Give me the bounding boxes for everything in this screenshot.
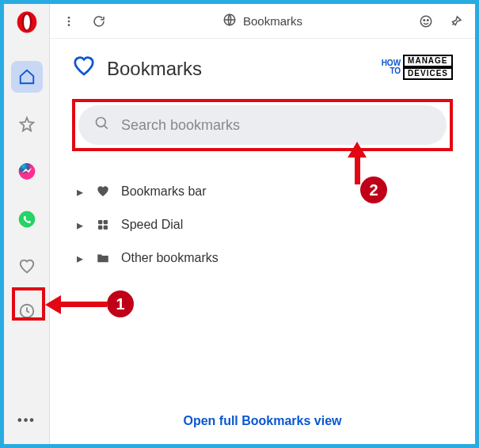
heart-filled-icon xyxy=(94,183,112,200)
svg-point-12 xyxy=(428,19,429,21)
globe-icon xyxy=(222,13,237,29)
svg-rect-17 xyxy=(104,226,108,230)
heading: Bookmarks xyxy=(72,55,202,83)
chevron-right-icon: ▸ xyxy=(75,218,85,233)
chevron-right-icon: ▸ xyxy=(75,184,85,199)
folder-icon xyxy=(94,249,112,267)
heart-icon xyxy=(72,55,96,83)
svg-rect-15 xyxy=(104,220,108,224)
folder-label: Other bookmarks xyxy=(121,251,219,265)
menu-kebab-icon[interactable] xyxy=(61,13,77,29)
folder-speed-dial[interactable]: ▸ Speed Dial xyxy=(72,208,453,241)
bookmark-folder-list: ▸ Bookmarks bar ▸ Speed Dial ▸ xyxy=(72,175,453,275)
svg-rect-16 xyxy=(98,226,102,230)
sidebar: ••• xyxy=(4,4,50,444)
page-title: Bookmarks xyxy=(243,14,302,28)
chevron-right-icon: ▸ xyxy=(75,251,85,266)
folder-label: Bookmarks bar xyxy=(121,184,207,199)
main-panel: Bookmarks Bookmarks xyxy=(50,4,475,444)
svg-point-13 xyxy=(97,118,106,127)
sidebar-home[interactable] xyxy=(11,61,43,93)
annotation-box-search xyxy=(72,99,453,151)
open-full-view-link[interactable]: Open full Bookmarks view xyxy=(72,414,453,428)
svg-point-2 xyxy=(24,14,30,29)
sidebar-messenger[interactable] xyxy=(11,156,43,188)
sidebar-star[interactable] xyxy=(11,108,43,140)
reload-icon[interactable] xyxy=(91,13,107,29)
search-input[interactable] xyxy=(121,117,431,134)
svg-point-7 xyxy=(68,20,70,22)
sidebar-history[interactable] xyxy=(11,295,43,327)
svg-point-8 xyxy=(68,24,70,26)
folder-bookmarks-bar[interactable]: ▸ Bookmarks bar xyxy=(72,175,453,208)
svg-point-11 xyxy=(424,19,425,21)
sidebar-more[interactable]: ••• xyxy=(11,404,43,436)
sidebar-whatsapp[interactable] xyxy=(11,203,43,235)
smiley-icon[interactable] xyxy=(418,13,434,29)
svg-point-4 xyxy=(18,211,35,228)
pin-icon[interactable] xyxy=(448,13,464,29)
topbar: Bookmarks xyxy=(50,4,475,39)
svg-rect-14 xyxy=(98,220,102,224)
folder-other-bookmarks[interactable]: ▸ Other bookmarks xyxy=(72,241,453,275)
svg-point-6 xyxy=(68,17,70,19)
sidebar-bookmarks[interactable] xyxy=(11,251,43,283)
svg-point-10 xyxy=(420,16,431,27)
search-icon xyxy=(94,116,110,135)
folder-label: Speed Dial xyxy=(121,218,183,232)
watermark-logo: HOW TO MANAGE DEVICES xyxy=(382,55,453,80)
search-bar[interactable] xyxy=(78,105,447,145)
opera-logo-icon xyxy=(13,9,40,36)
grid-icon xyxy=(94,216,112,233)
page-title-group: Bookmarks xyxy=(222,13,302,29)
heading-text: Bookmarks xyxy=(107,58,202,80)
